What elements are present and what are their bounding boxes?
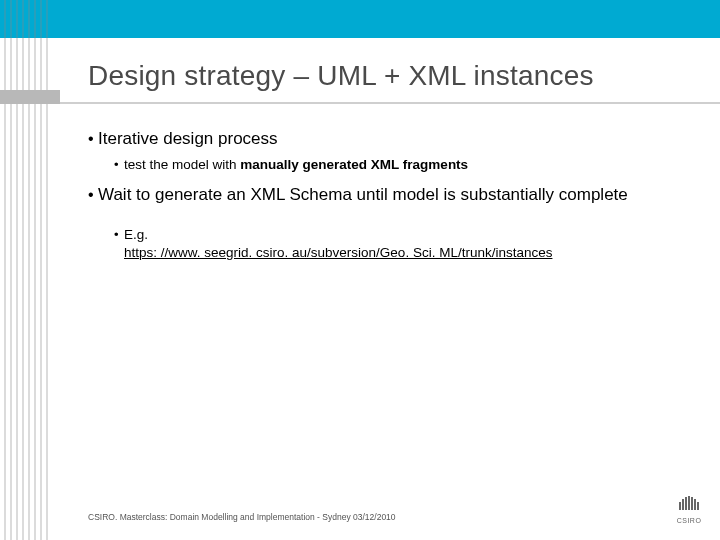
svg-rect-14 <box>697 502 699 510</box>
logo-label: CSIRO <box>676 517 702 524</box>
bullet-icon: • <box>88 184 98 206</box>
example-link[interactable]: https: //www. seegrid. csiro. au/subvers… <box>124 245 552 260</box>
svg-rect-11 <box>688 496 690 510</box>
bullet-level1-text: Iterative design process <box>98 128 278 150</box>
header-blue-bar <box>0 0 720 38</box>
bullet-level1-text: Wait to generate an XML Schema until mod… <box>98 184 628 206</box>
title-accent-block <box>0 90 60 104</box>
list-item: • test the model with manually generated… <box>114 156 688 174</box>
svg-rect-10 <box>685 497 687 510</box>
footer-text: CSIRO. Masterclass: Domain Modelling and… <box>88 512 396 522</box>
list-item: • E.g. https: //www. seegrid. csiro. au/… <box>114 226 688 262</box>
slide: Design strategy – UML + XML instances • … <box>0 0 720 540</box>
bullet-sub-bold: manually generated XML fragments <box>240 157 468 172</box>
bullet-icon: • <box>114 156 124 174</box>
title-underline <box>60 102 720 104</box>
bullet-sub-eg: E.g. <box>124 227 148 242</box>
list-item: • Wait to generate an XML Schema until m… <box>88 184 688 262</box>
svg-rect-8 <box>679 502 681 510</box>
bullet-level2-text: E.g. https: //www. seegrid. csiro. au/su… <box>124 226 552 262</box>
bullet-sub-prefix: test the model with <box>124 157 240 172</box>
bullet-level2-text: test the model with manually generated X… <box>124 156 468 174</box>
csiro-logo-icon <box>676 496 702 512</box>
page-title: Design strategy – UML + XML instances <box>88 60 594 92</box>
svg-rect-13 <box>694 499 696 510</box>
list-item: • Iterative design process • test the mo… <box>88 128 688 174</box>
content-area: • Iterative design process • test the mo… <box>88 128 688 272</box>
footer-logo: CSIRO <box>676 496 702 524</box>
decorative-stripes <box>0 0 60 540</box>
svg-rect-9 <box>682 499 684 510</box>
svg-rect-12 <box>691 497 693 510</box>
bullet-icon: • <box>114 226 124 244</box>
bullet-icon: • <box>88 128 98 150</box>
